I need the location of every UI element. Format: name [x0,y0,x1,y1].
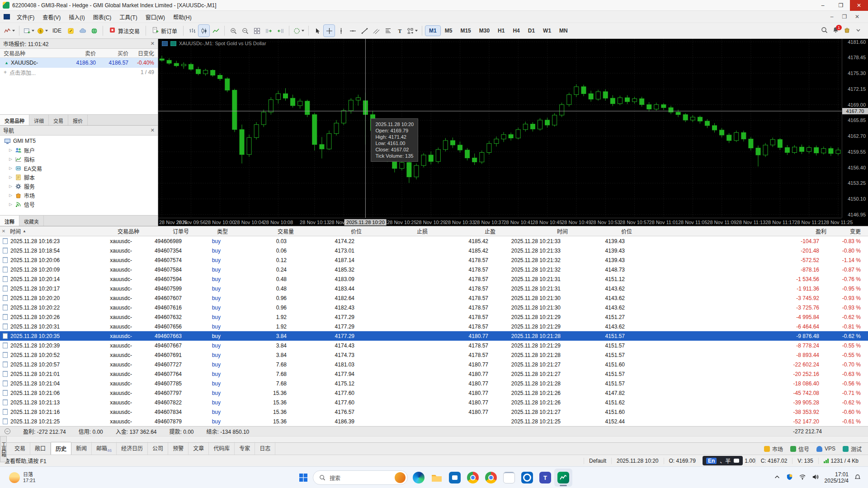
chart-style-caret-icon[interactable] [12,30,15,32]
ime-language[interactable]: En [706,458,717,464]
nav-item-services[interactable]: ▷服务 [0,182,158,191]
history-row[interactable]: 2025.11.28 10:21:04xauusdc-494607785buy7… [0,379,868,388]
algo-trading-button[interactable]: 算法交易 [106,25,142,37]
history-row[interactable]: 2025.11.28 10:20:52xauusdc-494607691buy3… [0,350,868,360]
new-chart-icon[interactable] [23,25,35,37]
market-watch-tab-报价[interactable]: 报价 [68,115,88,125]
navigator-tab-注释[interactable]: 注释 [0,216,19,226]
fibonacci-icon[interactable] [382,25,393,37]
taskbar-clock[interactable]: 17:01 2025/12/4 [825,471,849,484]
history-column-5[interactable]: 价位 [297,227,364,235]
search-highlight-image[interactable] [395,472,406,483]
history-row[interactable]: 2025.11.28 10:20:35xauusdc-494607663buy3… [0,331,868,341]
tile-windows-icon[interactable] [251,25,262,37]
timeframe-m30[interactable]: M30 [476,26,493,36]
cursor-icon[interactable] [312,25,323,37]
nav-item-robot[interactable]: ▷EA交易 [0,164,158,173]
indicators-caret-icon[interactable] [302,30,304,32]
zoom-in-icon[interactable] [228,25,239,37]
bottom-tab-公司[interactable]: 公司 [148,442,168,455]
bottom-tab-邮箱[interactable]: 邮箱46 [92,442,117,455]
navigator-close-icon[interactable]: ✕ [151,127,155,133]
notifications-icon[interactable]: 1 [832,27,839,35]
zoom-out-icon[interactable] [240,25,250,37]
notification-center-icon[interactable] [854,474,861,482]
history-column-8[interactable]: 时间 [498,227,571,235]
market-watch-tab-交易[interactable]: 交易 [49,115,68,125]
column-daily-change[interactable]: 日变化 [131,49,158,57]
market-bag-icon[interactable] [844,27,850,35]
taskbar-search[interactable]: 搜索 [313,470,408,485]
horizontal-line-icon[interactable] [347,25,358,37]
bar-chart-icon[interactable] [187,25,198,37]
menu-item-6[interactable]: 帮助(H) [169,11,196,23]
ide-button[interactable]: IDE [50,25,64,37]
history-row[interactable]: 2025.11.28 10:21:06xauusdc-494607797buy1… [0,388,868,398]
chart-shift-icon[interactable] [275,25,286,37]
start-button[interactable] [296,470,311,485]
column-ask[interactable]: 买价 [99,49,131,57]
volume-icon[interactable] [812,474,819,482]
bottom-tab-代码库[interactable]: 代码库 [209,442,235,455]
teams-icon[interactable] [536,469,554,487]
toolbox-market-button[interactable]: 市场 [764,445,783,453]
history-column-3[interactable]: 类型 [192,227,231,235]
timeframe-h1[interactable]: H1 [494,26,508,36]
coin-dollar-icon[interactable]: $ [36,25,49,37]
column-symbol[interactable]: 交易品种 [0,49,66,57]
file-explorer-icon[interactable] [428,469,446,487]
indicators-icon[interactable] [292,25,305,37]
minimize-button[interactable]: – [814,0,832,11]
toolbox-close-icon[interactable]: ✕ [0,229,7,234]
history-column-4[interactable]: 交易量 [231,227,297,235]
history-column-10[interactable]: 盈利 [635,227,829,235]
history-column-11[interactable]: 变更 [829,227,868,235]
history-column-2[interactable]: 订单号 [142,227,192,235]
history-column-9[interactable]: 价位 [571,227,635,235]
chart-window[interactable]: 4181.604178.454175.304172.154169.004165.… [158,39,868,226]
toolbox-test-button[interactable]: 测试 [843,445,862,453]
text-label-icon[interactable]: T [394,25,405,37]
market-watch-close-icon[interactable]: ✕ [151,41,155,47]
nav-item-market[interactable]: ▷市场 [0,191,158,200]
toolbox-signals-button[interactable]: 信号 [790,445,809,453]
expand-arrow-icon[interactable]: ▷ [9,202,14,206]
metaeditor-icon[interactable] [65,25,76,37]
bottom-tab-交易[interactable]: 交易 [10,442,30,455]
history-row[interactable]: 2025.11.28 10:21:01xauusdc-494607764buy7… [0,369,868,379]
market-watch-tab-交易品种[interactable]: 交易品种 [0,115,29,125]
market-watch-row[interactable]: ▲ XAUUSDc- 4186.30 4186.57 -0.40% [0,58,158,68]
time-axis[interactable]: 28 Nov 202528 Nov 09:5628 Nov 10:0028 No… [158,218,842,226]
line-chart-icon[interactable] [210,25,221,37]
bottom-tab-预警[interactable]: 预警 [168,442,189,455]
horizontal-scrollbar[interactable] [0,436,868,442]
bottom-tab-日志[interactable]: 日志 [255,442,275,455]
outlook-icon[interactable] [518,469,536,487]
history-row[interactable]: 2025.11.28 10:20:39xauusdc-494607667buy3… [0,341,868,350]
nav-item-signal[interactable]: ▷信号 [0,200,158,209]
expand-arrow-icon[interactable]: ▷ [9,166,14,170]
expand-arrow-icon[interactable]: ▷ [9,193,14,197]
timeframe-m1[interactable]: M1 [425,26,440,36]
history-row[interactable]: 2025.11.28 10:21:16xauusdc-494607834buy1… [0,407,868,417]
ime-toolbox-icon[interactable] [734,459,739,463]
toolbox-vertical-tab[interactable]: 工具箱 [0,436,7,462]
candlestick-icon[interactable] [198,25,209,37]
toolbox-vps-button[interactable]: VPS [816,446,835,452]
new-order-button[interactable]: 新订单 [149,25,180,37]
candlestick-plot[interactable] [158,39,842,218]
history-row[interactable]: 2025.11.28 10:21:25xauusdc-494607879buy1… [0,417,868,426]
community-icon[interactable] [89,25,99,37]
status-profile[interactable]: Default [584,458,611,464]
close-button[interactable]: ✕ [850,0,868,11]
auto-scroll-icon[interactable] [263,25,274,37]
bottom-tab-新闻[interactable]: 新闻 [71,442,92,455]
menu-item-4[interactable]: 工具(T) [115,11,141,23]
timeframe-m5[interactable]: M5 [441,26,456,36]
trendline-icon[interactable] [359,25,370,37]
widgets-button[interactable]: 日落 17:21 [5,470,39,485]
history-row[interactable]: 2025.11.28 10:20:22xauusdc-494607616buy0… [0,303,868,312]
chart-restore-button[interactable]: ❐ [839,14,850,20]
menu-item-1[interactable]: 查看(V) [38,11,65,23]
ime-mode[interactable]: 、半 [720,457,731,465]
